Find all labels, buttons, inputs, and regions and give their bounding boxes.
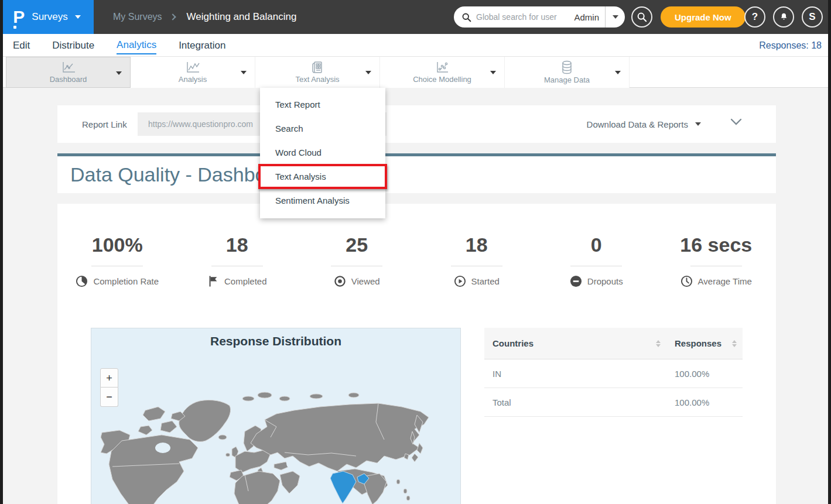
zoom-out-button[interactable]: − bbox=[100, 388, 118, 407]
menu-item-sentiment-analysis[interactable]: Sentiment Analysis bbox=[260, 188, 385, 212]
notifications-button[interactable] bbox=[773, 6, 794, 28]
table-header: Countries Responses bbox=[484, 328, 743, 359]
tab-analysis[interactable]: Analysis bbox=[131, 57, 255, 88]
nav-item-distribute[interactable]: Distribute bbox=[52, 36, 94, 54]
dashboard-card: 100% Completion Rate 18 Completed 25 bbox=[57, 204, 776, 504]
download-label: Download Data & Reports bbox=[587, 119, 688, 129]
menu-item-text-analysis[interactable]: Text Analysis bbox=[260, 164, 385, 188]
stat-label: Average Time bbox=[698, 276, 752, 286]
chevron-down-icon[interactable] bbox=[490, 71, 496, 74]
flag-icon bbox=[207, 275, 219, 287]
chevron-down-icon[interactable] bbox=[116, 71, 122, 75]
trend-chart-icon bbox=[185, 61, 200, 74]
user-avatar[interactable]: S bbox=[802, 6, 823, 28]
app-header: P Surveys My Surveys Weighting and Balan… bbox=[0, 0, 831, 34]
stat-label: Completed bbox=[224, 276, 267, 286]
collapse-panel-chevron[interactable] bbox=[730, 117, 742, 128]
completion-pie-icon bbox=[76, 275, 88, 287]
divider bbox=[570, 266, 622, 266]
search-scope-dropdown[interactable] bbox=[605, 6, 625, 28]
nav-item-edit[interactable]: Edit bbox=[13, 36, 30, 54]
stat-average-time: 16 secs Average Time bbox=[656, 233, 777, 287]
survey-nav: Edit Distribute Analytics Integration Re… bbox=[0, 34, 831, 57]
sort-icon[interactable] bbox=[656, 340, 661, 347]
table-row: IN 100.00% bbox=[484, 359, 743, 388]
world-map[interactable] bbox=[91, 328, 461, 504]
text-report-icon bbox=[310, 61, 325, 74]
column-header-responses[interactable]: Responses bbox=[666, 338, 743, 348]
responses-cell: 100.00% bbox=[666, 369, 743, 379]
breadcrumb-chevron-icon bbox=[169, 13, 176, 20]
window-edge-left bbox=[0, 0, 3, 504]
responses-count: Responses: 18 bbox=[759, 34, 822, 57]
stat-label: Dropouts bbox=[587, 276, 623, 286]
header-search-button[interactable] bbox=[631, 6, 652, 28]
nav-item-integration[interactable]: Integration bbox=[179, 36, 225, 54]
map-title: Response Distribution bbox=[91, 334, 460, 348]
eye-icon bbox=[334, 275, 346, 287]
analytics-toolbar: Dashboard Analysis Text Analysis Choice … bbox=[0, 57, 831, 88]
menu-item-word-cloud[interactable]: Word Cloud bbox=[260, 140, 385, 164]
chevron-down-icon[interactable] bbox=[615, 71, 621, 74]
column-header-countries[interactable]: Countries bbox=[484, 338, 666, 348]
tab-dashboard[interactable]: Dashboard bbox=[6, 57, 131, 88]
window-edge-right bbox=[828, 0, 831, 504]
tab-label: Dashboard bbox=[50, 75, 87, 84]
stat-completed: 18 Completed bbox=[177, 233, 297, 287]
chevron-down-icon[interactable] bbox=[241, 71, 247, 74]
stat-label: Viewed bbox=[351, 276, 380, 286]
map-zoom-controls: + − bbox=[100, 368, 118, 407]
tab-text-analysis[interactable]: Text Analysis bbox=[255, 57, 380, 88]
breadcrumb-current: Weighting and Balancing bbox=[187, 11, 297, 23]
country-cell: Total bbox=[484, 397, 666, 407]
nav-item-analytics[interactable]: Analytics bbox=[117, 36, 156, 54]
text-analysis-menu: Text Report Search Word Cloud Text Analy… bbox=[260, 88, 385, 218]
download-data-reports-dropdown[interactable]: Download Data & Reports bbox=[587, 105, 701, 143]
menu-item-label: Word Cloud bbox=[275, 148, 322, 157]
tab-label: Analysis bbox=[179, 75, 207, 84]
responses-cell: 100.00% bbox=[666, 397, 743, 407]
zoom-in-button[interactable]: + bbox=[100, 368, 118, 388]
line-chart-icon bbox=[61, 61, 76, 74]
menu-item-label: Text Report bbox=[275, 100, 320, 109]
chevron-down-icon bbox=[75, 15, 81, 19]
stat-completion-rate: 100% Completion Rate bbox=[57, 233, 177, 287]
tab-label: Choice Modelling bbox=[413, 75, 471, 84]
scatter-chart-icon bbox=[435, 61, 450, 74]
search-icon bbox=[461, 12, 471, 22]
countries-table: Countries Responses IN 100.00% Total 100… bbox=[484, 328, 743, 417]
questionpro-logo-icon: P bbox=[13, 8, 25, 26]
divider bbox=[211, 266, 263, 266]
stat-value: 18 bbox=[226, 233, 248, 256]
breadcrumb: My Surveys Weighting and Balancing bbox=[113, 0, 296, 34]
stat-value: 18 bbox=[466, 233, 488, 256]
divider bbox=[91, 266, 143, 266]
breadcrumb-parent-link[interactable]: My Surveys bbox=[113, 12, 162, 22]
menu-item-label: Sentiment Analysis bbox=[275, 196, 350, 205]
tab-label: Manage Data bbox=[544, 76, 590, 84]
report-link-bar: Report Link Download Data & Reports bbox=[57, 105, 776, 143]
menu-item-search[interactable]: Search bbox=[260, 116, 385, 140]
response-distribution-map: Response Distribution + − bbox=[91, 328, 461, 504]
stat-viewed: 25 Viewed bbox=[297, 233, 417, 287]
divider bbox=[331, 266, 382, 266]
sort-icon[interactable] bbox=[732, 340, 737, 347]
chevron-down-icon[interactable] bbox=[365, 71, 371, 74]
tab-choice-modelling[interactable]: Choice Modelling bbox=[380, 57, 505, 88]
product-switcher[interactable]: P Surveys bbox=[0, 0, 94, 34]
menu-item-label: Text Analysis bbox=[275, 172, 326, 181]
report-link-label: Report Link bbox=[82, 105, 127, 143]
global-search-input[interactable] bbox=[476, 12, 572, 22]
stat-dropouts: 0 Dropouts bbox=[536, 233, 656, 287]
tab-manage-data[interactable]: Manage Data bbox=[505, 57, 630, 88]
stat-started: 18 Started bbox=[417, 233, 537, 287]
country-cell: IN bbox=[484, 369, 666, 379]
stats-row: 100% Completion Rate 18 Completed 25 bbox=[57, 204, 776, 287]
menu-item-label: Search bbox=[275, 124, 303, 133]
table-row: Total 100.00% bbox=[484, 388, 743, 417]
upgrade-now-button[interactable]: Upgrade Now bbox=[661, 6, 745, 28]
page-title-card: Data Quality - Dashboard bbox=[57, 153, 776, 193]
help-button[interactable]: ? bbox=[744, 6, 765, 28]
menu-item-text-report[interactable]: Text Report bbox=[260, 92, 385, 116]
stat-value: 16 secs bbox=[680, 233, 752, 256]
